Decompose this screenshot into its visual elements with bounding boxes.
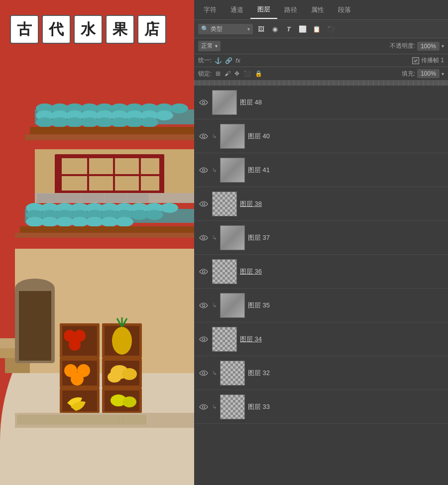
layer-indent-icon: ↳ [212,234,217,241]
layer-thumbnail [220,361,245,386]
svg-point-106 [122,396,136,407]
layer-name: 图层 37 [248,233,444,242]
fill-value[interactable]: 100% [417,69,440,78]
filter-type-dropdown[interactable]: 🔍 类型 ▾ [198,24,253,34]
svg-rect-112 [121,415,146,424]
svg-rect-40 [58,194,81,202]
svg-rect-79 [19,291,51,361]
layer-item[interactable]: ↳图层 37 [194,221,448,255]
svg-rect-111 [95,415,120,424]
layer-item[interactable]: ↳图层 40 [194,119,448,153]
svg-point-122 [203,405,205,408]
fill-arrow-icon: ▾ [442,71,444,77]
svg-rect-108 [17,415,42,424]
dropdown-arrow-icon: ▾ [247,26,250,32]
svg-rect-43 [128,194,148,202]
layer-visibility-toggle[interactable] [198,266,209,277]
canvas-title: 古 代 水 果 店 [10,15,166,44]
layer-visibility-toggle[interactable] [198,165,209,176]
unite-row: 统一: ⚓ 🔗 fx 传播帧 1 [194,54,448,67]
layer-filter-row: 🔍 类型 ▾ 🖼 ◉ T ⬜ 📋 ⚫ [194,20,448,38]
unite-chain-icon[interactable]: 🔗 [225,57,232,64]
blend-mode-dropdown[interactable]: 正常 ▾ [198,41,221,51]
svg-point-63 [145,210,163,220]
layer-item[interactable]: 图层 36 [194,255,448,289]
tab-zifu[interactable]: 字符 [197,1,224,18]
tab-tuceng[interactable]: 图层 [250,1,277,19]
blend-mode-row: 正常 ▾ 不透明度: 100% ▾ [194,38,448,54]
search-icon: 🔍 [201,25,209,32]
title-char-4: 果 [106,15,134,44]
layer-name: 图层 33 [248,402,444,411]
lock-position-icon[interactable]: 🖌 [224,70,230,77]
lock-artboard-icon[interactable]: ⬛ [243,70,251,77]
layer-item[interactable]: ↳图层 33 [194,390,448,424]
layer-item[interactable]: 图层 48 [194,86,448,119]
layer-thumbnail [212,259,237,284]
broadcast-checkbox[interactable] [412,57,419,64]
lock-pixels-icon[interactable]: ⊞ [216,70,221,77]
layer-thumbnail [220,394,245,419]
layer-name: 图层 40 [248,132,444,141]
layer-name: 图层 38 [240,199,444,208]
svg-point-10 [170,103,188,113]
filter-pixel-icon[interactable]: 🖼 [255,23,267,35]
lock-all-icon[interactable]: 🔒 [255,70,262,77]
title-char-1: 古 [10,15,39,44]
layer-visibility-toggle[interactable] [198,232,209,243]
svg-point-87 [112,327,132,355]
lock-move-icon[interactable]: ✥ [234,70,239,77]
opacity-value[interactable]: 100% [417,42,440,51]
layer-item[interactable]: 图层 34 [194,322,448,356]
unite-label: 统一: [198,56,212,65]
layer-item[interactable]: ↳图层 41 [194,153,448,187]
layer-name: 图层 36 [240,267,444,276]
opacity-control: 不透明度: 100% ▾ [390,42,444,51]
svg-point-115 [203,169,205,171]
layer-indent-icon: ↳ [212,403,217,410]
filter-type-icon[interactable]: T [283,23,295,35]
layer-name: 图层 34 [240,335,444,344]
layer-item[interactable]: ↳图层 32 [194,356,448,390]
tab-shuxing[interactable]: 属性 [304,1,331,18]
svg-point-70 [115,217,133,227]
layer-name: 图层 41 [248,166,444,175]
layer-item[interactable]: 图层 38 [194,187,448,221]
svg-point-121 [203,372,205,374]
svg-point-99 [122,368,137,380]
title-char-5: 店 [137,15,166,44]
tab-duanluo[interactable]: 段落 [331,1,358,18]
layer-thumbnail [220,225,245,250]
layer-visibility-toggle[interactable] [198,334,209,345]
svg-point-27 [140,117,158,127]
lock-icons-group: ⊞ 🖌 ✥ ⬛ 🔒 [216,70,262,77]
opacity-label: 不透明度: [390,42,415,50]
fill-label: 填充: [402,70,415,78]
svg-point-84 [69,339,81,351]
layer-visibility-toggle[interactable] [198,131,209,142]
layers-panel: 字符 通道 图层 路径 属性 段落 🔍 类型 ▾ 🖼 ◉ T ⬜ 📋 ⚫ 正常 … [194,0,448,485]
ruler-strip [194,81,448,86]
svg-point-116 [203,202,205,205]
svg-rect-37 [60,174,159,176]
tab-lujing[interactable]: 路径 [277,1,304,18]
blend-arrow-icon: ▾ [215,43,218,49]
filter-adjustment-icon[interactable]: ◉ [269,23,281,35]
layer-visibility-toggle[interactable] [198,198,209,209]
filter-shape-icon[interactable]: ⬜ [297,23,309,35]
tab-tongdao[interactable]: 通道 [224,1,250,18]
lock-label: 锁定: [198,70,212,78]
unite-link-icon[interactable]: ⚓ [215,57,222,64]
svg-point-54 [160,203,178,213]
layer-visibility-toggle[interactable] [198,97,209,108]
layer-thumbnail [220,293,245,318]
filter-toggle-icon[interactable]: ⚫ [325,23,336,35]
svg-rect-72 [15,233,194,238]
filter-smart-icon[interactable]: 📋 [311,23,323,35]
unite-fx-icon[interactable]: fx [235,57,240,64]
layer-visibility-toggle[interactable] [198,300,209,311]
layer-item[interactable]: ↳图层 35 [194,289,448,322]
layer-visibility-toggle[interactable] [198,401,209,412]
layer-name: 图层 35 [248,301,444,310]
layer-visibility-toggle[interactable] [198,368,209,379]
